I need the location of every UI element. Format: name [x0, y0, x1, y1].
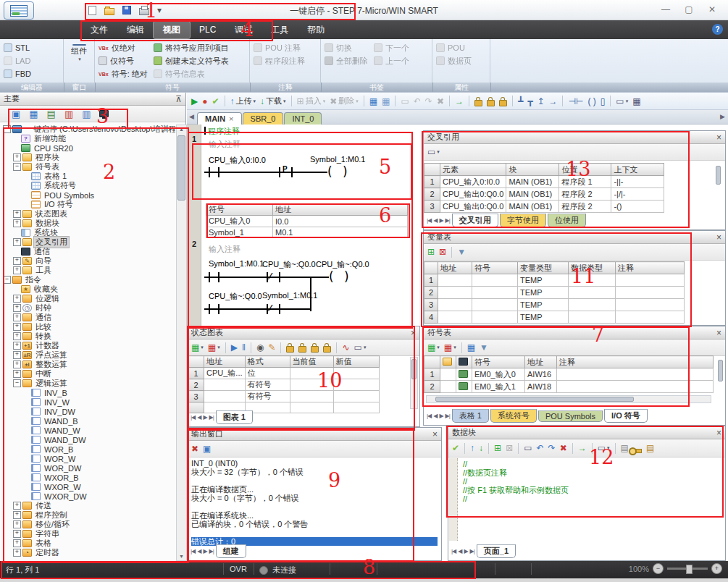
- table-cell[interactable]: 2: [188, 379, 204, 391]
- next-page-icon[interactable]: ▶: [439, 413, 443, 419]
- tab-int0[interactable]: INT_0: [284, 112, 322, 125]
- goto-icon[interactable]: →: [453, 95, 465, 107]
- tree-item-收藏夹[interactable]: ★收藏夹: [1, 284, 175, 294]
- coil-label[interactable]: Symbol_1:M0.1: [310, 155, 365, 164]
- zoom-slider-thumb[interactable]: [686, 565, 693, 574]
- scrollbar-thumb[interactable]: [411, 359, 417, 379]
- tab-chart1[interactable]: 图表 1: [216, 410, 253, 424]
- tree-scrollbar-thumb[interactable]: [177, 135, 185, 201]
- next-page-icon[interactable]: ▶: [203, 548, 206, 554]
- table-cell[interactable]: [333, 368, 379, 379]
- expand-icon[interactable]: +: [13, 153, 21, 161]
- open-file-icon[interactable]: [103, 4, 116, 17]
- table-cell[interactable]: 2: [424, 287, 438, 299]
- tree-item-WAND_B[interactable]: WAND_B: [1, 416, 175, 426]
- tab-io-symbols[interactable]: I/O 符号: [604, 409, 648, 423]
- prev-page-icon[interactable]: ◀: [433, 413, 437, 419]
- table-cell[interactable]: [438, 299, 472, 311]
- tree-item-INV_DW[interactable]: INV_DW: [1, 407, 175, 416]
- tree-item-定时器[interactable]: +◔定时器: [1, 548, 175, 557]
- table-cell[interactable]: [569, 274, 616, 287]
- tree-item-CPU SR20[interactable]: CPU SR20: [1, 143, 175, 153]
- expand-icon[interactable]: +: [13, 257, 21, 265]
- contact-label[interactable]: Symbol_1:M0.1: [262, 291, 317, 300]
- table-cell[interactable]: [557, 368, 714, 381]
- tree-item-字符串[interactable]: +字符串: [1, 529, 175, 539]
- tab-scroll-left-icon[interactable]: ◀: [189, 113, 194, 120]
- unforce-icon[interactable]: [297, 342, 308, 354]
- qat-customize-icon[interactable]: ▾: [156, 4, 163, 17]
- expand-icon[interactable]: +: [13, 323, 21, 331]
- table-cell[interactable]: EM0_输入0: [472, 368, 525, 381]
- table-cell[interactable]: 3: [424, 299, 438, 311]
- column-header[interactable]: 元素: [440, 164, 506, 176]
- table-cell[interactable]: [472, 299, 518, 311]
- maximize-button[interactable]: ▢: [677, 1, 700, 17]
- expand-icon[interactable]: +: [13, 520, 21, 528]
- column-header[interactable]: 块: [506, 164, 559, 176]
- table-cell[interactable]: [569, 299, 616, 311]
- trend-view-icon[interactable]: ∿: [340, 342, 351, 354]
- tree-item-表格 1[interactable]: 表格 1: [1, 172, 175, 181]
- delete-chart-icon[interactable]: ▦▾: [206, 342, 222, 354]
- table-cell[interactable]: [438, 287, 472, 299]
- tree-scrollbar[interactable]: ▲ ▼: [176, 125, 187, 561]
- insert-chart-icon[interactable]: ▦▾: [190, 342, 205, 354]
- column-header[interactable]: 符号: [206, 204, 273, 216]
- addressing-toggle-icon[interactable]: ▭▾: [426, 146, 441, 159]
- tree-item-中断[interactable]: +中断: [1, 369, 175, 379]
- column-header[interactable]: 符号: [472, 262, 518, 274]
- table-cell[interactable]: [438, 311, 472, 324]
- table-cell[interactable]: EM0_输入1: [472, 381, 525, 393]
- menu-帮助[interactable]: 帮助: [298, 22, 334, 38]
- tab-system-symbols[interactable]: 系统符号: [490, 409, 537, 423]
- apply-symbols-icon[interactable]: ▼: [478, 342, 490, 354]
- table-cell[interactable]: 有符号: [245, 379, 290, 391]
- tree-item-移位/循环[interactable]: +移位/循环: [1, 520, 175, 529]
- force-icon[interactable]: [473, 95, 484, 107]
- bookmark-toggle-icon[interactable]: ▭: [522, 442, 533, 455]
- table-cell[interactable]: [290, 368, 333, 379]
- tab-build[interactable]: 组建: [216, 544, 246, 558]
- upload-icon[interactable]: ↑: [469, 442, 476, 455]
- expand-icon[interactable]: +: [13, 342, 21, 350]
- tree-item-I/O 符号[interactable]: I/O 符号: [1, 200, 175, 209]
- tree-item-符号表[interactable]: −符号表: [1, 162, 175, 172]
- menu-视图[interactable]: 视图: [154, 22, 190, 38]
- next-page-icon[interactable]: ▶: [464, 548, 467, 554]
- goto-icon[interactable]: →: [577, 442, 588, 455]
- tab-crossref[interactable]: 交叉引用: [452, 214, 498, 227]
- table-cell[interactable]: [204, 391, 246, 402]
- tree-item-逻辑运算[interactable]: −逻辑运算: [1, 379, 175, 388]
- table-cell[interactable]: M0.1: [273, 227, 408, 238]
- table-cell[interactable]: [333, 379, 379, 391]
- table-cell[interactable]: 1: [424, 176, 440, 188]
- first-page-icon[interactable]: |◀: [191, 414, 195, 421]
- expand-icon[interactable]: +: [13, 549, 21, 557]
- minimize-button[interactable]: —: [654, 1, 677, 17]
- tab-pou-symbols[interactable]: POU Symbols: [538, 410, 603, 422]
- table-cell[interactable]: [440, 381, 456, 393]
- table-cell[interactable]: [472, 287, 518, 299]
- table-cell[interactable]: [616, 311, 685, 324]
- tree-item-WXOR_DW[interactable]: WXOR_DW: [1, 492, 175, 501]
- tree-item-转换[interactable]: +转换: [1, 332, 175, 341]
- tab-main[interactable]: MAIN×: [197, 112, 242, 125]
- expand-icon[interactable]: +: [13, 266, 21, 274]
- menu-PLC[interactable]: PLC: [190, 22, 225, 37]
- insert-horizontal-icon[interactable]: →: [547, 95, 558, 107]
- column-header[interactable]: 新值: [333, 356, 379, 368]
- data-block-icon[interactable]: ▥: [63, 108, 75, 120]
- table-cell[interactable]: [569, 287, 616, 299]
- table-cell[interactable]: -|/|-: [611, 188, 664, 201]
- tree-item-WAND_DW[interactable]: WAND_DW: [1, 435, 175, 444]
- expand-icon[interactable]: +: [13, 530, 21, 538]
- insert-contact-icon[interactable]: ⊣⊢: [566, 95, 585, 107]
- expand-icon[interactable]: +: [13, 313, 21, 321]
- table-cell[interactable]: [456, 381, 472, 393]
- column-header[interactable]: 注释: [557, 356, 714, 368]
- column-header[interactable]: 地址: [273, 204, 408, 216]
- zoom-slider[interactable]: [667, 568, 708, 570]
- table-cell[interactable]: 1: [424, 274, 438, 287]
- insert-page-icon[interactable]: ⊞: [493, 442, 503, 455]
